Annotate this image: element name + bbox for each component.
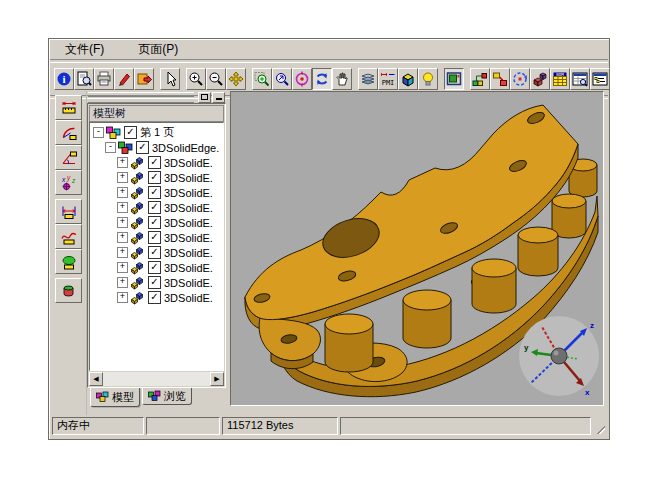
measure-angle-button[interactable] [55, 145, 82, 170]
checkbox[interactable]: ✓ [148, 216, 161, 229]
checkbox[interactable]: ✓ [148, 156, 161, 169]
checkbox[interactable]: ✓ [148, 291, 161, 304]
part-node-icon [130, 246, 145, 260]
structure-tree-button[interactable] [590, 68, 610, 90]
export-button[interactable] [134, 68, 154, 90]
expand-icon[interactable]: + [117, 232, 128, 243]
info-icon [56, 71, 72, 87]
explode-button[interactable] [530, 68, 550, 90]
resize-grip[interactable] [593, 417, 606, 435]
bom-button[interactable] [550, 68, 570, 90]
spin-button[interactable] [510, 68, 530, 90]
tree-row-part[interactable]: + ✓ 3DSolidE. [90, 230, 223, 245]
print-preview-button[interactable] [74, 68, 94, 90]
attribute-table-button[interactable] [570, 68, 590, 90]
tree-row-part[interactable]: + ✓ 3DSolidE. [90, 155, 223, 170]
tree-label: 3DSolidE. [164, 262, 213, 274]
expand-icon[interactable]: + [117, 247, 128, 258]
measure-volume-button[interactable] [55, 278, 82, 303]
tree-row-part[interactable]: + ✓ 3DSolidE. [90, 245, 223, 260]
measure-curve-icon [61, 229, 77, 245]
measure-distance-button[interactable] [55, 199, 82, 224]
model-tree-button[interactable] [470, 68, 490, 90]
tree-row-part[interactable]: + ✓ 3DSolidE. [90, 215, 223, 230]
part-node-icon [130, 216, 145, 230]
tree-label: 3DSolidE. [164, 232, 213, 244]
expand-icon[interactable]: + [117, 172, 128, 183]
pmi-icon [380, 71, 396, 87]
menu-item-file[interactable]: 文件(F) [61, 40, 108, 59]
tree-label: 3DSolidE. [164, 292, 213, 304]
redline-button[interactable] [114, 68, 134, 90]
measure-radius-button[interactable] [55, 120, 82, 145]
full-window-button[interactable] [444, 68, 464, 90]
expand-icon[interactable]: + [117, 217, 128, 228]
checkbox[interactable]: ✓ [124, 126, 137, 139]
measure-area-button[interactable] [55, 249, 82, 274]
layers-button[interactable] [358, 68, 378, 90]
status-memory: 内存中 [52, 417, 144, 435]
expand-icon[interactable]: + [117, 187, 128, 198]
tree-row-assembly[interactable]: - ✓ 3DSolidEdge. [90, 140, 223, 155]
rotate-button[interactable] [312, 68, 332, 90]
checkbox[interactable]: ✓ [148, 231, 161, 244]
scroll-left-button[interactable]: ◀ [89, 372, 103, 386]
client-area: 模型树 - ✓ 第 1 页 - ✓ 3DSolidEdge. [51, 91, 607, 415]
tab-model[interactable]: 模型 [90, 388, 140, 407]
tree-label: 3DSolidE. [164, 172, 213, 184]
hand-pan-button[interactable] [332, 68, 352, 90]
select-button[interactable] [160, 68, 180, 90]
checkbox[interactable]: ✓ [148, 276, 161, 289]
scroll-right-button[interactable]: ▶ [210, 372, 224, 386]
tree-row-part[interactable]: + ✓ 3DSolidE. [90, 290, 223, 305]
pmi-button[interactable] [378, 68, 398, 90]
axis-trackball[interactable]: z x y [519, 316, 599, 397]
panel-grip-row [87, 91, 226, 103]
tree-row-part[interactable]: + ✓ 3DSolidE. [90, 260, 223, 275]
panel-drag-handle[interactable] [88, 91, 194, 104]
tree-row-page[interactable]: - ✓ 第 1 页 [90, 125, 223, 140]
zoom-in-button[interactable] [186, 68, 206, 90]
expand-icon[interactable]: + [117, 292, 128, 303]
tree-row-part[interactable]: + ✓ 3DSolidE. [90, 170, 223, 185]
checkbox[interactable]: ✓ [148, 246, 161, 259]
checkbox[interactable]: ✓ [148, 186, 161, 199]
rotate-icon [314, 71, 330, 87]
part-node-icon [130, 171, 145, 185]
move-copy-button[interactable] [490, 68, 510, 90]
pan-button[interactable] [226, 68, 246, 90]
info-button[interactable] [54, 68, 74, 90]
panel-float-button[interactable] [198, 92, 211, 103]
roller [518, 227, 558, 276]
print-button[interactable] [94, 68, 114, 90]
cad-model-canvas[interactable]: z x y [231, 92, 603, 405]
zoom-window-button[interactable] [252, 68, 272, 90]
tree-row-part[interactable]: + ✓ 3DSolidE. [90, 275, 223, 290]
measure-curve-button[interactable] [55, 224, 82, 249]
menu-item-page[interactable]: 页面(P) [134, 40, 182, 59]
measure-length-button[interactable] [55, 95, 82, 120]
collapse-icon[interactable]: - [93, 127, 104, 138]
measure-coordinate-button[interactable] [55, 170, 82, 195]
light-button[interactable] [418, 68, 438, 90]
render-mode-button[interactable] [398, 68, 418, 90]
scroll-track[interactable] [103, 372, 210, 386]
zoom-out-button[interactable] [206, 68, 226, 90]
expand-icon[interactable]: + [117, 262, 128, 273]
tree-row-part[interactable]: + ✓ 3DSolidE. [90, 185, 223, 200]
checkbox[interactable]: ✓ [148, 261, 161, 274]
expand-icon[interactable]: + [117, 157, 128, 168]
checkbox[interactable]: ✓ [148, 201, 161, 214]
zoom-select-button[interactable] [272, 68, 292, 90]
panel-hide-button[interactable] [212, 92, 225, 103]
page-node-icon [106, 126, 121, 140]
expand-icon[interactable]: + [117, 277, 128, 288]
rotate-center-button[interactable] [292, 68, 312, 90]
collapse-icon[interactable]: - [105, 142, 116, 153]
checkbox[interactable]: ✓ [136, 141, 149, 154]
viewport-3d[interactable]: z x y [230, 91, 604, 406]
tree-row-part[interactable]: + ✓ 3DSolidE. [90, 200, 223, 215]
checkbox[interactable]: ✓ [148, 171, 161, 184]
tab-browse[interactable]: 浏览 [142, 388, 192, 405]
expand-icon[interactable]: + [117, 202, 128, 213]
